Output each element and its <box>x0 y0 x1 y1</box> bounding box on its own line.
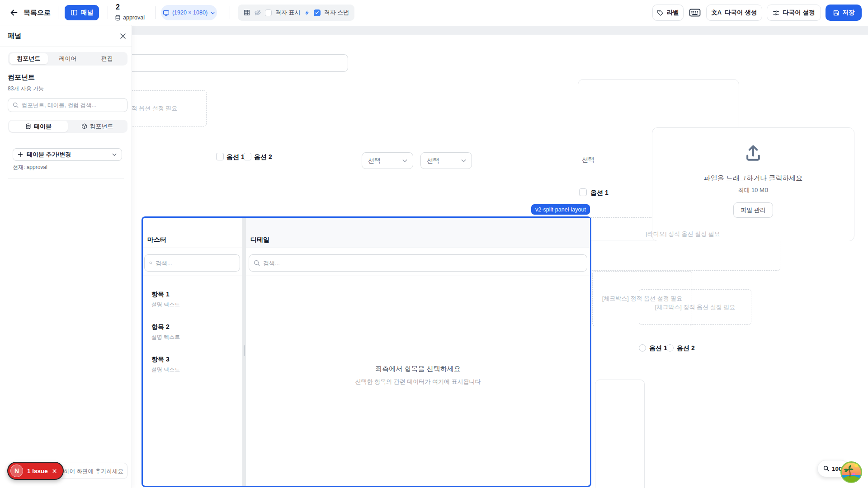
close-icon[interactable] <box>52 469 57 474</box>
select-dropdown-1[interactable]: 선택 <box>362 152 413 169</box>
toggle-table[interactable]: 테이블 <box>9 121 68 132</box>
search-icon <box>13 102 19 108</box>
issue-reporter-badge[interactable]: N 1 Issue <box>7 462 64 480</box>
viewport-size-selector[interactable]: (868 × 488) <box>161 5 217 20</box>
text-input[interactable] <box>127 54 348 72</box>
upload-icon <box>743 143 763 163</box>
detail-empty-state: 좌측에서 항목을 선택하세요 선택한 항목의 관련 데이터가 여기에 표시됩니다 <box>246 276 590 486</box>
card-checkbox-label: 옵션 1 <box>590 189 609 197</box>
master-header: 마스터 <box>143 218 242 248</box>
radio-option-2-label: 옵션 2 <box>677 344 695 352</box>
page-number: 2 <box>116 3 120 11</box>
translate-icon: 文A <box>712 9 722 17</box>
file-upload-card[interactable]: 파일을 드래그하거나 클릭하세요 최대 10 MB 파일 관리 <box>652 127 854 241</box>
lightning-icon <box>304 10 310 16</box>
chevron-down-icon <box>210 10 215 15</box>
save-icon <box>833 9 840 16</box>
detail-search-input[interactable] <box>263 260 582 267</box>
sidebar-tabbar: 컴포넌트 레이어 편집 <box>8 52 127 66</box>
checkbox-option-2[interactable] <box>244 153 251 160</box>
radio-option-1[interactable] <box>639 344 646 352</box>
file-manage-button[interactable]: 파일 관리 <box>733 202 773 218</box>
card-checkbox[interactable] <box>579 188 587 196</box>
master-search-section <box>143 248 242 276</box>
back-label[interactable]: 목록으로 <box>24 9 51 17</box>
chevron-down-icon <box>402 158 408 164</box>
panel-toggle-button[interactable]: 패널 <box>65 5 99 20</box>
tag-icon <box>657 9 664 16</box>
issue-count-label: 1 Issue <box>27 468 48 474</box>
tab-edit[interactable]: 편집 <box>88 53 126 64</box>
search-icon <box>254 260 260 266</box>
select-value: 선택 <box>368 157 381 165</box>
grid-show-label: 격자 표시 <box>275 9 301 17</box>
i18n-generate-button[interactable]: 文A 다국어 생성 <box>706 5 762 21</box>
list-item[interactable]: 항목 3 설명 텍스트 <box>151 356 180 374</box>
toggle-component[interactable]: 컴포넌트 <box>68 121 127 132</box>
checkbox-option-2-label: 옵션 2 <box>254 153 272 161</box>
splitter-handle[interactable] <box>242 218 246 486</box>
empty-state-title: 좌측에서 항목을 선택하세요 <box>375 365 460 373</box>
split-panel-master: 마스터 항목 1 설명 텍스트 항목 2 설명 텍스트 항목 3 설명 텍스트 <box>143 218 242 486</box>
card-select-label: 선택 <box>582 156 594 164</box>
arrow-left-icon <box>9 8 19 18</box>
checkbox-option-1-label: 옵션 1 <box>226 153 245 161</box>
monitor-icon <box>163 9 170 16</box>
list-item[interactable]: 항목 2 설명 텍스트 <box>151 323 180 341</box>
list-item[interactable]: 항목 1 설명 텍스트 <box>151 291 180 309</box>
drag-hint-text: 하여 화면에 추가하세요 <box>64 468 123 475</box>
master-title: 마스터 <box>147 236 166 244</box>
panel-sidebar: 패널 컴포넌트 레이어 편집 컴포넌트 83개 사용 가능 테이블 컴포넌트 테… <box>0 25 132 488</box>
detail-search-section <box>246 248 590 276</box>
issue-logo: N <box>10 465 23 477</box>
plus-icon <box>18 152 23 157</box>
grid-show-checkbox[interactable] <box>265 9 272 16</box>
current-table-indicator: approval <box>115 14 145 21</box>
split-panel-detail: 디테일 좌측에서 항목을 선택하세요 선택한 항목의 관련 데이터가 여기에 표… <box>246 218 590 486</box>
detail-title: 디테일 <box>250 236 269 244</box>
current-table-text: 현재: approval <box>13 164 47 171</box>
grid-icon <box>243 9 250 16</box>
back-button[interactable] <box>9 8 19 18</box>
component-card-bottom[interactable] <box>595 380 645 488</box>
i18n-settings-button[interactable]: 다국어 설정 <box>767 5 821 21</box>
close-icon[interactable] <box>119 33 127 40</box>
tab-components[interactable]: 컴포넌트 <box>9 53 48 64</box>
top-toolbar: 목록으로 패널 2 approval (868 × 488) 격자 표시 격… <box>0 0 868 25</box>
upload-instruction: 파일을 드래그하거나 클릭하세요 <box>704 174 802 183</box>
label-button[interactable]: 라벨 <box>652 5 684 21</box>
master-search-input[interactable] <box>156 260 235 267</box>
table-name: approval <box>123 14 145 21</box>
grid-snap-label: 격자 스냅 <box>324 9 349 17</box>
grid-snap-checkbox[interactable] <box>314 9 321 16</box>
tab-layers[interactable]: 레이어 <box>49 53 87 64</box>
select-value: 선택 <box>427 157 439 165</box>
island-widget-icon[interactable] <box>840 461 862 483</box>
eye-off-icon <box>254 9 261 16</box>
splitter-grip <box>244 345 245 356</box>
radio-option-2[interactable] <box>666 344 674 352</box>
add-table-dropdown[interactable]: 테이블 추가/변경 <box>13 148 122 161</box>
empty-state-desc: 선택한 항목의 관련 데이터가 여기에 표시됩니다 <box>355 378 481 386</box>
panel-title: 패널 <box>8 32 21 40</box>
select-dropdown-2[interactable]: 선택 <box>420 152 472 169</box>
database-icon <box>25 123 31 129</box>
database-icon <box>115 15 121 21</box>
keyboard-icon <box>689 8 701 18</box>
components-section-title: 컴포넌트 <box>8 73 35 82</box>
grid-settings-group: 격자 표시 격자 스냅 <box>238 5 354 21</box>
component-search-input[interactable] <box>22 102 123 108</box>
keyboard-shortcuts-button[interactable] <box>689 8 701 18</box>
components-available-count: 83개 사용 가능 <box>8 85 44 93</box>
checkbox-placeholder-box-2[interactable]: [체크박스] 정적 옵션 설정 필요 <box>639 289 751 325</box>
save-button[interactable]: 저장 <box>826 5 862 21</box>
chevron-down-icon <box>112 152 117 157</box>
source-toggle: 테이블 컴포넌트 <box>8 120 127 133</box>
viewport-size: (868 × 488) <box>172 9 208 16</box>
magnifier-icon <box>823 465 830 472</box>
split-panel-component[interactable]: 마스터 항목 1 설명 텍스트 항목 2 설명 텍스트 항목 3 설명 텍스트 … <box>142 216 591 487</box>
radio-option-1-label: 옵션 1 <box>649 344 667 352</box>
panel-left-icon <box>71 9 78 16</box>
sliders-icon <box>773 9 779 16</box>
checkbox-option-1[interactable] <box>216 153 224 160</box>
